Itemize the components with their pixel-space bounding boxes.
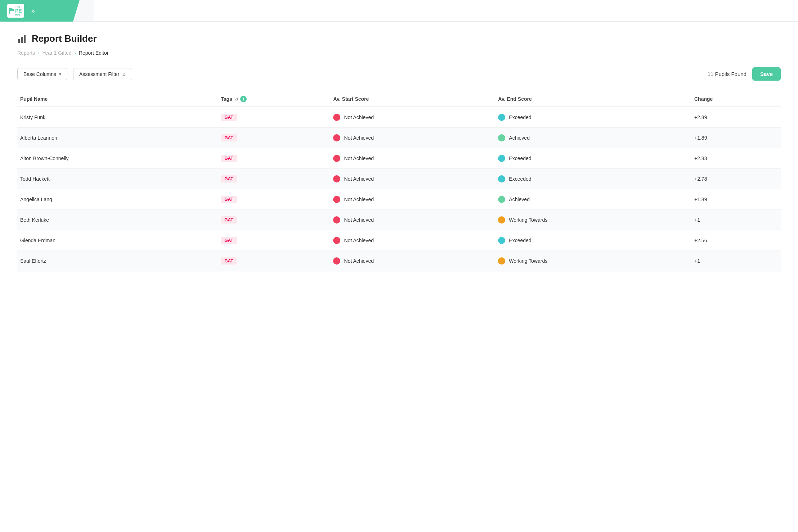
breadcrumb-reports[interactable]: Reports: [17, 50, 35, 56]
cell-change: +2.56: [694, 230, 781, 251]
end-score-dot: [498, 114, 505, 121]
cell-tags: GAT: [221, 230, 333, 251]
breadcrumb-chevron-2: ›: [75, 50, 76, 56]
col-change: Change: [694, 92, 781, 107]
cell-tags: GAT: [221, 107, 333, 128]
cell-av-start-score: Not Achieved: [333, 189, 498, 210]
table-header: Pupil Name Tags ⊿ 1 Av. Start Score Av. …: [17, 92, 781, 107]
table-row: Saul Effertz GAT Not Achieved Working To…: [17, 251, 781, 271]
cell-av-start-score: Not Achieved: [333, 230, 498, 251]
logo-hub: HUB: [15, 13, 21, 16]
filter-icon: ⊿: [122, 71, 126, 77]
cell-av-end-score: Exceeded: [498, 230, 694, 251]
table-body: Kristy Funk GAT Not Achieved Exceeded +2…: [17, 107, 781, 271]
breadcrumb-year1gifted[interactable]: Year 1 Gifted: [42, 50, 71, 56]
table-row: Glenda Erdman GAT Not Achieved Exceeded …: [17, 230, 781, 251]
pupils-found-label: 11 Pupils Found: [708, 71, 747, 77]
start-score-label: Not Achieved: [344, 155, 374, 161]
save-button[interactable]: Save: [752, 67, 781, 81]
cell-av-start-score: Not Achieved: [333, 210, 498, 230]
cell-av-start-score: Not Achieved: [333, 128, 498, 148]
cell-av-end-score: Achieved: [498, 189, 694, 210]
col-tags: Tags ⊿ 1: [221, 92, 333, 107]
change-value: +2.83: [694, 155, 707, 161]
start-score-dot: [333, 114, 340, 121]
tag-badge: GAT: [221, 196, 237, 203]
svg-rect-4: [24, 35, 26, 43]
start-score-label: Not Achieved: [344, 114, 374, 120]
page-title-row: Report Builder: [17, 33, 781, 44]
cell-change: +1.89: [694, 189, 781, 210]
cell-tags: GAT: [221, 169, 333, 189]
base-columns-button[interactable]: Base Columns ▾: [17, 68, 67, 80]
change-value: +2.56: [694, 238, 707, 243]
breadcrumb-chevron-1: ›: [38, 50, 39, 56]
svg-rect-2: [18, 39, 20, 43]
cell-av-end-score: Exceeded: [498, 169, 694, 189]
report-table: Pupil Name Tags ⊿ 1 Av. Start Score Av. …: [17, 92, 781, 271]
report-builder-icon: [17, 34, 27, 44]
start-score-dot: [333, 237, 340, 244]
end-score-dot: [498, 257, 505, 265]
chevron-down-icon: ▾: [59, 72, 61, 77]
flag-icon: [9, 8, 14, 14]
cell-tags: GAT: [221, 128, 333, 148]
cell-pupil-name: Saul Effertz: [17, 251, 221, 271]
svg-rect-0: [9, 8, 10, 14]
tags-filter-icon[interactable]: ⊿: [234, 96, 238, 102]
change-value: +2.89: [694, 114, 707, 120]
cell-pupil-name: Alton Brown-Connelly: [17, 148, 221, 169]
nav-expand-icon[interactable]: »: [31, 7, 34, 15]
table-row: Alton Brown-Connelly GAT Not Achieved Ex…: [17, 148, 781, 169]
logo-box: THE PE HUB: [7, 4, 24, 17]
change-value: +1: [694, 217, 700, 223]
start-score-label: Not Achieved: [344, 238, 374, 243]
assessment-filter-button[interactable]: Assessment Filter ⊿: [73, 68, 132, 80]
tag-badge: GAT: [221, 216, 237, 224]
cell-av-start-score: Not Achieved: [333, 251, 498, 271]
cell-pupil-name: Glenda Erdman: [17, 230, 221, 251]
cell-av-end-score: Working Towards: [498, 251, 694, 271]
end-score-dot: [498, 175, 505, 182]
tag-badge: GAT: [221, 257, 237, 265]
table-row: Beth Kerluke GAT Not Achieved Working To…: [17, 210, 781, 230]
change-value: +1.89: [694, 197, 707, 202]
start-score-dot: [333, 155, 340, 162]
cell-change: +2.89: [694, 107, 781, 128]
start-score-dot: [333, 175, 340, 182]
cell-av-end-score: Achieved: [498, 128, 694, 148]
end-score-dot: [498, 134, 505, 141]
breadcrumb-report-editor: Report Editor: [79, 50, 108, 56]
cell-pupil-name: Angelica Lang: [17, 189, 221, 210]
start-score-dot: [333, 257, 340, 265]
end-score-label: Achieved: [509, 197, 530, 202]
change-value: +1.89: [694, 135, 707, 141]
toolbar: Base Columns ▾ Assessment Filter ⊿ 11 Pu…: [17, 67, 781, 81]
cell-change: +1.89: [694, 128, 781, 148]
start-score-dot: [333, 134, 340, 141]
tag-badge: GAT: [221, 155, 237, 162]
table-row: Alberta Leannon GAT Not Achieved Achieve…: [17, 128, 781, 148]
start-score-label: Not Achieved: [344, 176, 374, 182]
cell-av-start-score: Not Achieved: [333, 148, 498, 169]
main-content: Report Builder Reports › Year 1 Gifted ›…: [0, 22, 798, 532]
start-score-label: Not Achieved: [344, 258, 374, 264]
cell-tags: GAT: [221, 189, 333, 210]
top-nav: THE PE HUB »: [0, 0, 94, 22]
tag-badge: GAT: [221, 114, 237, 121]
cell-pupil-name: Kristy Funk: [17, 107, 221, 128]
cell-tags: GAT: [221, 251, 333, 271]
table-row: Angelica Lang GAT Not Achieved Achieved …: [17, 189, 781, 210]
start-score-label: Not Achieved: [344, 135, 374, 141]
col-av-end-score: Av. End Score: [498, 92, 694, 107]
table-row: Todd Hackett GAT Not Achieved Exceeded +…: [17, 169, 781, 189]
change-value: +2.78: [694, 176, 707, 182]
tag-badge: GAT: [221, 175, 237, 182]
logo-pe: PE: [15, 8, 22, 13]
start-score-label: Not Achieved: [344, 197, 374, 202]
start-score-label: Not Achieved: [344, 217, 374, 223]
breadcrumb: Reports › Year 1 Gifted › Report Editor: [17, 50, 781, 56]
end-score-dot: [498, 216, 505, 224]
cell-tags: GAT: [221, 210, 333, 230]
col-pupil-name: Pupil Name: [17, 92, 221, 107]
